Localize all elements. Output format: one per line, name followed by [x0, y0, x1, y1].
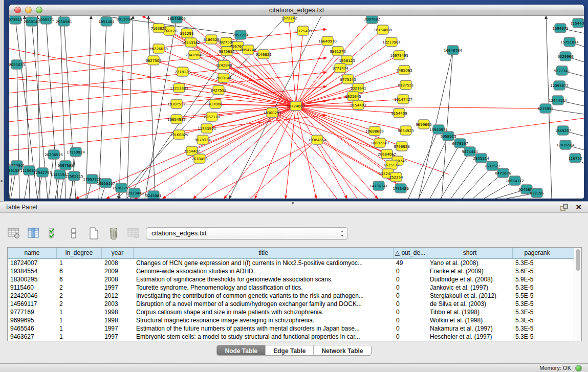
graph-edge[interactable] — [204, 140, 317, 199]
create-table-icon[interactable] — [87, 227, 100, 240]
graph-node[interactable]: 12213383 — [170, 83, 188, 93]
graph-node[interactable]: 9242848 — [216, 60, 232, 70]
graph-edge[interactable] — [250, 140, 317, 199]
graph-edge[interactable] — [119, 19, 124, 199]
graph-node[interactable]: 891293 — [180, 29, 194, 38]
graph-node[interactable]: 2803144 — [215, 73, 232, 82]
graph-node[interactable]: 9827505 — [145, 56, 161, 65]
graph-edge[interactable] — [272, 113, 337, 199]
table-row[interactable]: 946362711997Embryonic stem cells: a mode… — [8, 333, 574, 341]
import-table-icon[interactable] — [127, 227, 140, 240]
column-header-title[interactable]: title — [134, 248, 394, 258]
graph-node[interactable]: 16033809 — [167, 16, 186, 23]
graph-node[interactable]: 8267110 — [204, 112, 220, 121]
graph-node[interactable]: 7163822 — [150, 24, 166, 33]
tab-network-table[interactable]: Network Table — [314, 345, 371, 356]
graph-node[interactable]: 1021641 — [350, 83, 366, 93]
graph-node[interactable]: 6479197 — [452, 139, 468, 148]
show-column-icon[interactable] — [27, 227, 40, 240]
column-header-year[interactable]: year — [102, 248, 134, 258]
column-header-short[interactable]: short — [427, 248, 513, 258]
delete-table-icon[interactable] — [107, 227, 120, 240]
graph-edge[interactable] — [317, 140, 357, 199]
graph-node[interactable]: 10688609 — [365, 126, 384, 136]
graph-node[interactable]: 18807249 — [371, 138, 389, 147]
table-row[interactable]: 946554611997Estimation of the future num… — [8, 324, 574, 333]
graph-node[interactable]: 8813054 — [116, 16, 133, 24]
graph-node[interactable]: 417006 — [209, 99, 223, 108]
graph-node[interactable]: 9875685 — [219, 47, 234, 56]
graph-edge[interactable] — [296, 106, 316, 199]
graph-edge[interactable] — [296, 41, 328, 106]
graph-node[interactable]: 2030581 — [56, 17, 72, 26]
graph-node[interactable]: 9146821 — [255, 50, 271, 59]
graph-node[interactable]: 9329966 — [557, 52, 574, 61]
graph-node[interactable]: 1154408 — [570, 18, 584, 28]
graph-edge[interactable] — [286, 106, 296, 199]
graph-node[interactable]: 10147427 — [394, 95, 412, 104]
graph-edge[interactable] — [127, 16, 133, 199]
graph-node[interactable]: 15751074 — [560, 37, 579, 47]
graph-node[interactable]: 11353594 — [198, 124, 216, 133]
table-options-icon[interactable] — [7, 227, 20, 240]
graph-node[interactable]: 12093872 — [550, 81, 569, 90]
graph-node[interactable]: 14136141 — [369, 181, 388, 190]
memory-ok-indicator[interactable] — [575, 365, 582, 371]
graph-edge[interactable] — [451, 158, 481, 199]
table-row[interactable]: 1938455462009Genome-wide association stu… — [8, 267, 574, 275]
graph-node[interactable]: 9771474 — [332, 63, 349, 73]
column-header-name[interactable]: name — [8, 248, 57, 258]
graph-node[interactable]: 252254 — [389, 172, 403, 182]
graph-node[interactable]: 832156 — [530, 188, 544, 198]
graph-node[interactable]: 1035571 — [38, 16, 54, 24]
column-header-out-degree[interactable]: △ out_de... — [394, 248, 427, 258]
graph-node[interactable]: 8775143 — [340, 75, 356, 84]
table-row[interactable]: 1456911722003Disruption of a novel membe… — [8, 300, 574, 308]
table-selector-dropdown[interactable]: citations_edges.txt ▲▼ — [146, 227, 348, 239]
graph-node[interactable]: 8427552 — [210, 85, 226, 95]
graph-node[interactable]: 2069140 — [24, 17, 39, 26]
graph-node[interactable]: 16154808 — [374, 25, 392, 34]
table-row[interactable]: 2242004622012Investigating the contribut… — [8, 292, 574, 300]
graph-node[interactable]: 9678334 — [194, 135, 211, 144]
graph-node[interactable]: 7610453 — [191, 154, 207, 163]
graph-edge[interactable] — [86, 16, 91, 199]
graph-edge[interactable] — [178, 16, 296, 106]
graph-node[interactable]: 1594875 — [552, 24, 568, 33]
graph-node[interactable]: 1615172 — [383, 160, 399, 169]
row-height-icon[interactable] — [67, 227, 80, 240]
graph-node[interactable]: 2718126 — [175, 67, 191, 76]
graph-node[interactable]: 10654985 — [167, 115, 186, 124]
table-row[interactable]: 977716911998Corpus callosum shape and si… — [8, 308, 574, 316]
select-visible-columns-icon[interactable] — [47, 227, 60, 240]
column-header-in-degree[interactable]: in_degree — [57, 248, 102, 258]
graph-node[interactable]: 10654112 — [506, 176, 524, 185]
graph-node[interactable]: 16543382 — [182, 38, 200, 47]
column-header-pagerank[interactable]: pagerank — [513, 248, 561, 258]
panel-splitter-icon[interactable]: ▾ — [292, 201, 294, 206]
graph-edge[interactable] — [442, 50, 453, 199]
graph-node[interactable]: 9756928 — [394, 142, 409, 151]
graph-edge[interactable] — [296, 31, 303, 106]
graph-node[interactable]: 17016504 — [556, 140, 575, 149]
graph-edge[interactable] — [296, 106, 546, 108]
graph-node[interactable]: 9154403 — [350, 100, 366, 110]
graph-node[interactable]: 18226058 — [149, 44, 168, 53]
graph-node[interactable]: 7857224 — [232, 30, 249, 39]
graph-node[interactable]: 9861273 — [330, 47, 345, 56]
graph-node[interactable]: 1851404 — [98, 17, 115, 26]
graph-node[interactable]: 2087682 — [364, 16, 380, 24]
graph-node[interactable]: 2051033 — [9, 60, 25, 69]
table-row[interactable]: 969969511998Structural magnetic resonanc… — [8, 316, 574, 324]
graph-node[interactable]: 8471676 — [495, 168, 511, 178]
graph-edge[interactable] — [9, 43, 326, 79]
close-panel-icon[interactable]: ✕ — [575, 203, 582, 211]
graph-edge[interactable] — [17, 64, 19, 199]
tab-node-table[interactable]: Node Table — [217, 345, 266, 356]
graph-edge[interactable] — [296, 51, 338, 106]
graph-node[interactable]: 9397588 — [57, 161, 73, 170]
graph-node[interactable]: 8854749 — [240, 45, 256, 54]
splitter-collapse-icon[interactable]: ◂ — [0, 178, 3, 183]
graph-edge[interactable] — [255, 106, 296, 199]
graph-node[interactable]: 19166825 — [170, 130, 188, 139]
